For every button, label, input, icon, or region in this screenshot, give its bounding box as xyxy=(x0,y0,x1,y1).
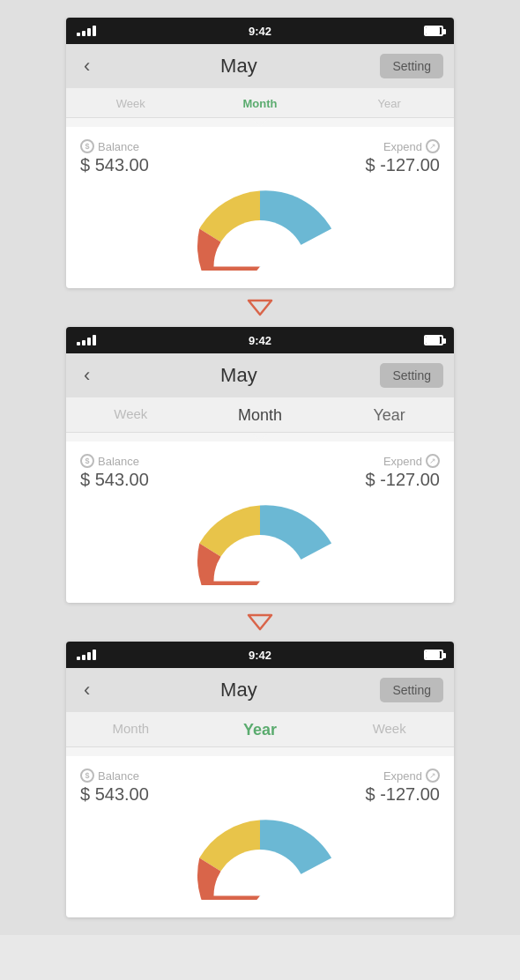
expend-label-3: Expend ↗ xyxy=(383,768,440,783)
battery-fill-3 xyxy=(426,651,440,658)
tab-week-1[interactable]: Week xyxy=(66,97,196,117)
expend-amount-2: $ -127.00 xyxy=(365,470,440,490)
tab-year-2[interactable]: Year xyxy=(324,406,454,432)
tab-month-2[interactable]: Month xyxy=(196,406,325,432)
indicator-arrow-1 xyxy=(252,118,268,127)
svg-marker-3 xyxy=(249,615,271,629)
expend-label-1: Expend ↗ xyxy=(383,139,440,153)
battery-fill xyxy=(426,27,440,34)
back-button-3[interactable]: ‹ xyxy=(77,677,97,703)
balance-section-2: $ Balance $ 543.00 xyxy=(80,454,149,490)
back-button-2[interactable]: ‹ xyxy=(77,362,97,389)
signal-bar-4 xyxy=(93,26,96,36)
status-time-3: 9:42 xyxy=(249,649,271,662)
nav-title-3: May xyxy=(220,679,257,702)
signal-icon xyxy=(77,26,96,36)
balance-text-2: Balance xyxy=(98,455,139,468)
card-1: 9:42 ‹ May Setting Week Month Year xyxy=(66,18,454,288)
status-bar-2: 9:42 xyxy=(66,327,454,353)
chart-3 xyxy=(80,812,440,900)
dollar-icon-3: $ xyxy=(80,768,94,783)
down-arrow-2 xyxy=(247,613,273,631)
signal-bar-3-2 xyxy=(82,655,85,660)
status-bar-1: 9:42 xyxy=(66,18,454,44)
tab-week-3[interactable]: Week xyxy=(324,721,454,746)
status-time-2: 9:42 xyxy=(249,334,271,347)
signal-bar-3-4 xyxy=(93,650,96,660)
tab-year-3[interactable]: Year xyxy=(196,721,325,746)
donut-svg-1 xyxy=(172,182,348,271)
arrow-divider-2 xyxy=(247,603,273,642)
indicator-arrow-3 xyxy=(252,747,268,756)
balance-row-3: $ Balance $ 543.00 Expend ↗ $ -127.00 xyxy=(80,768,440,805)
signal-bar-3 xyxy=(87,28,91,36)
content-area-3: $ Balance $ 543.00 Expend ↗ $ -127.00 xyxy=(66,756,454,917)
tab-row-3: Month Year Week xyxy=(66,712,454,746)
expend-label-2: Expend ↗ xyxy=(383,454,440,468)
battery-icon xyxy=(424,26,443,36)
svg-marker-2 xyxy=(252,433,268,442)
signal-bar-2-2 xyxy=(82,340,85,345)
battery-icon-2 xyxy=(424,335,443,345)
content-area-1: $ Balance $ 543.00 Expend ↗ $ -127.00 xyxy=(66,127,454,288)
status-bar-3: 9:42 xyxy=(66,642,454,668)
chart-2 xyxy=(80,497,440,585)
balance-section-1: $ Balance $ 543.00 xyxy=(80,139,149,175)
balance-text-1: Balance xyxy=(98,140,139,153)
chart-1 xyxy=(80,182,440,271)
dollar-icon-2: $ xyxy=(80,454,94,468)
down-arrow-1 xyxy=(247,299,273,316)
donut-svg-3 xyxy=(172,812,348,900)
tab-week-2[interactable]: Week xyxy=(66,406,196,432)
signal-bar-2-4 xyxy=(93,335,96,345)
tab-indicator-1 xyxy=(66,118,454,127)
tab-month-1[interactable]: Month xyxy=(196,97,325,117)
status-time: 9:42 xyxy=(249,25,271,38)
expend-section-2: Expend ↗ $ -127.00 xyxy=(365,454,440,490)
balance-row-2: $ Balance $ 543.00 Expend ↗ $ -127.00 xyxy=(80,454,440,490)
nav-title-1: May xyxy=(220,55,257,78)
svg-marker-1 xyxy=(249,301,271,315)
tab-indicator-2 xyxy=(66,433,454,442)
balance-amount-1: $ 543.00 xyxy=(80,155,149,175)
back-button-1[interactable]: ‹ xyxy=(77,53,97,79)
svg-marker-0 xyxy=(252,118,268,127)
donut-svg-2 xyxy=(172,497,348,585)
signal-bar-3-1 xyxy=(77,657,80,660)
signal-bar-2-1 xyxy=(77,342,80,345)
expend-text-1: Expend xyxy=(383,140,422,153)
nav-bar-2: ‹ May Setting xyxy=(66,353,454,397)
signal-icon-2 xyxy=(77,335,96,345)
expend-text-2: Expend xyxy=(383,455,422,468)
setting-button-3[interactable]: Setting xyxy=(380,678,443,702)
balance-label-2: $ Balance xyxy=(80,454,149,468)
nav-bar-3: ‹ May Setting xyxy=(66,668,454,712)
nav-title-2: May xyxy=(220,364,257,387)
expend-amount-3: $ -127.00 xyxy=(365,784,440,805)
expend-text-3: Expend xyxy=(383,769,422,783)
balance-amount-3: $ 543.00 xyxy=(80,784,149,805)
setting-button-2[interactable]: Setting xyxy=(380,363,443,388)
expend-section-1: Expend ↗ $ -127.00 xyxy=(365,139,440,175)
dollar-icon-1: $ xyxy=(80,139,94,153)
expend-arrow-icon-1: ↗ xyxy=(426,139,440,153)
tab-container-1: Week Month Year xyxy=(66,88,454,127)
card-3: 9:42 ‹ May Setting Month Year Week xyxy=(66,642,454,917)
balance-amount-2: $ 543.00 xyxy=(80,470,149,490)
balance-label-3: $ Balance xyxy=(80,768,149,783)
signal-bar-1 xyxy=(77,33,80,36)
battery-fill-2 xyxy=(426,337,440,344)
balance-text-3: Balance xyxy=(98,769,139,783)
balance-section-3: $ Balance $ 543.00 xyxy=(80,768,149,805)
card-2: 9:42 ‹ May Setting Week Month Year xyxy=(66,327,454,603)
tab-container-2: Week Month Year xyxy=(66,397,454,442)
tab-month-3[interactable]: Month xyxy=(66,721,196,746)
setting-button-1[interactable]: Setting xyxy=(380,54,443,78)
svg-marker-4 xyxy=(252,747,268,756)
expend-arrow-icon-3: ↗ xyxy=(426,768,440,783)
tab-year-1[interactable]: Year xyxy=(324,97,454,117)
expend-amount-1: $ -127.00 xyxy=(365,155,440,175)
indicator-arrow-2 xyxy=(252,433,268,442)
tab-indicator-3 xyxy=(66,747,454,756)
page-background: 9:42 ‹ May Setting Week Month Year xyxy=(0,0,520,935)
